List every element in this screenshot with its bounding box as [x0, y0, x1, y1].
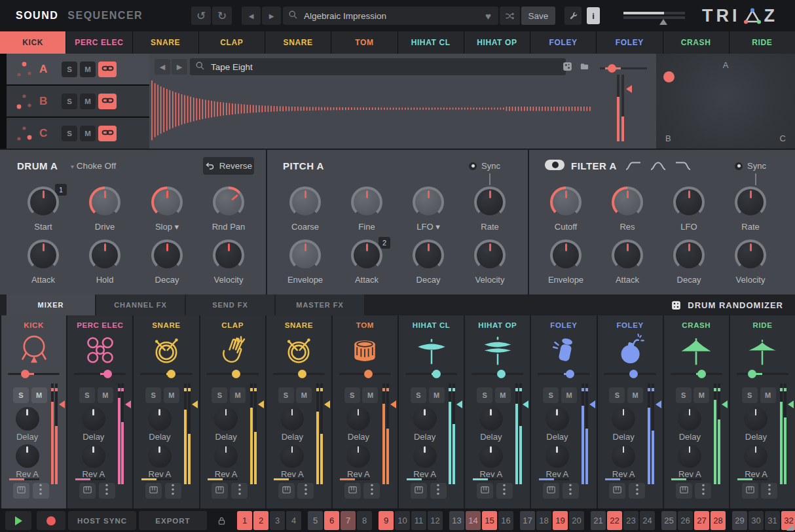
step-6[interactable]: 6 [324, 511, 339, 530]
mixer-strip-clap-3[interactable]: CLAPSMDelayRev A [200, 315, 265, 508]
undo-button[interactable]: ↺ [191, 7, 211, 25]
layer-pan-slider[interactable] [600, 64, 647, 73]
layer-solo-button[interactable]: S [62, 126, 77, 141]
res-knob[interactable] [612, 186, 643, 218]
reverb-send-knob[interactable] [16, 444, 39, 468]
channel-pan-slider[interactable] [671, 373, 722, 375]
channel-solo-button[interactable]: S [411, 387, 426, 403]
pan-handle[interactable] [566, 370, 574, 378]
delay-send-knob[interactable] [678, 407, 701, 431]
drum-pad-tom[interactable]: TOM [331, 31, 397, 54]
decay-knob[interactable] [673, 239, 705, 271]
drum-randomizer-button[interactable]: DRUM RANDOMIZER [671, 294, 783, 315]
step-16[interactable]: 16 [498, 511, 513, 530]
channel-menu-button[interactable] [33, 483, 49, 499]
filter-sync-toggle[interactable]: Sync [735, 161, 766, 171]
reverb-send-knob[interactable] [545, 444, 569, 468]
rnd-pan-knob[interactable] [213, 186, 244, 218]
tab-channel-fx[interactable]: CHANNEL FX [96, 294, 185, 315]
lowpass-icon[interactable] [675, 160, 692, 174]
velocity-knob[interactable] [213, 239, 244, 271]
delay-send-knob[interactable] [545, 407, 569, 431]
channel-mute-button[interactable]: M [693, 387, 709, 403]
drum-pad-hihat-cl[interactable]: HIHAT CL [398, 31, 464, 54]
channel-mute-button[interactable]: M [627, 387, 643, 403]
channel-volume-handle[interactable] [788, 400, 794, 408]
hold-knob[interactable] [89, 239, 120, 271]
attack-knob[interactable] [612, 239, 643, 271]
velocity-knob[interactable] [735, 239, 766, 271]
velocity-knob[interactable] [474, 239, 506, 271]
drum-pad-ride[interactable]: RIDE [730, 31, 795, 54]
tab-send-fx[interactable]: SEND FX [186, 294, 274, 315]
channel-solo-button[interactable]: S [543, 387, 559, 403]
channel-pan-slider[interactable] [538, 373, 589, 375]
tab-mixer[interactable]: MIXER [7, 294, 95, 315]
reverb-send-knob[interactable] [479, 444, 503, 468]
step-14[interactable]: 14 [466, 511, 481, 530]
pan-handle[interactable] [103, 370, 112, 378]
mixer-strip-crash-10[interactable]: CRASHSMDelayRev A [664, 315, 729, 508]
step-26[interactable]: 26 [678, 511, 693, 530]
step-28[interactable]: 28 [711, 511, 726, 530]
step-1[interactable]: 1 [237, 511, 252, 530]
reverb-send-knob[interactable] [214, 444, 238, 468]
attack-knob[interactable] [28, 239, 59, 271]
delay-send-knob[interactable] [346, 407, 370, 431]
preset-search[interactable] [283, 7, 487, 25]
channel-mute-button[interactable]: M [429, 387, 445, 403]
channel-volume-handle[interactable] [125, 400, 131, 408]
settings-button[interactable] [564, 7, 582, 25]
preset-prev-button[interactable]: ◀ [242, 7, 261, 25]
xy-blend-dot[interactable] [663, 71, 675, 82]
midi-keyboard-button[interactable] [344, 483, 361, 499]
layer-xy-pad[interactable]: A B C [656, 54, 795, 149]
mixer-strip-perc-elec-1[interactable]: PERC ELECSMDelayRev A [67, 315, 132, 508]
channel-solo-button[interactable]: S [212, 387, 227, 403]
channel-pan-slider[interactable] [339, 373, 391, 375]
mixer-strip-tom-5[interactable]: TOMSMDelayRev A [333, 315, 398, 508]
save-button[interactable]: Save [521, 7, 555, 25]
envelope-knob[interactable] [550, 239, 582, 271]
step-10[interactable]: 10 [395, 511, 410, 530]
delay-send-knob[interactable] [744, 407, 767, 431]
midi-keyboard-button[interactable] [477, 483, 493, 499]
step-5[interactable]: 5 [308, 511, 323, 530]
layer-link-button[interactable] [98, 126, 117, 141]
export-button[interactable]: EXPORT [139, 511, 207, 530]
step-11[interactable]: 11 [411, 511, 426, 530]
lfo-knob[interactable] [413, 186, 444, 218]
channel-mute-button[interactable]: M [495, 387, 511, 403]
step-9[interactable]: 9 [379, 511, 394, 530]
drum-pad-crash[interactable]: CRASH [663, 31, 729, 54]
layer-row-b[interactable]: BSM [7, 86, 149, 116]
mixer-strip-kick-0[interactable]: KICKSMDelayRev A [1, 315, 66, 508]
reverb-send-knob[interactable] [280, 444, 304, 468]
decay-knob[interactable] [151, 239, 183, 271]
step-13[interactable]: 13 [449, 511, 464, 530]
channel-pan-slider[interactable] [8, 373, 60, 375]
reverb-send-knob[interactable] [413, 444, 437, 468]
channel-mute-button[interactable]: M [98, 387, 113, 403]
pan-handle[interactable] [497, 370, 506, 378]
layer-mute-button[interactable]: M [80, 126, 96, 141]
channel-menu-button[interactable] [496, 483, 513, 499]
layer-link-button[interactable] [98, 62, 117, 77]
step-21[interactable]: 21 [591, 511, 606, 530]
channel-mute-button[interactable]: M [296, 387, 312, 403]
channel-volume-handle[interactable] [324, 400, 330, 408]
fine-knob[interactable] [351, 186, 382, 218]
info-button[interactable]: i [587, 7, 600, 24]
step-25[interactable]: 25 [661, 511, 676, 530]
layer-volume-handle[interactable] [626, 85, 632, 93]
channel-solo-button[interactable]: S [145, 387, 161, 403]
channel-menu-button[interactable] [363, 483, 380, 499]
drum-pad-perc-elec[interactable]: PERC ELEC [66, 31, 132, 54]
midi-keyboard-button[interactable] [609, 483, 625, 499]
pan-handle[interactable] [298, 370, 306, 378]
delay-send-knob[interactable] [16, 407, 39, 431]
step-31[interactable]: 31 [765, 511, 780, 530]
step-27[interactable]: 27 [694, 511, 709, 530]
resize-handle[interactable] [786, 523, 794, 531]
bandpass-icon[interactable] [650, 160, 667, 174]
